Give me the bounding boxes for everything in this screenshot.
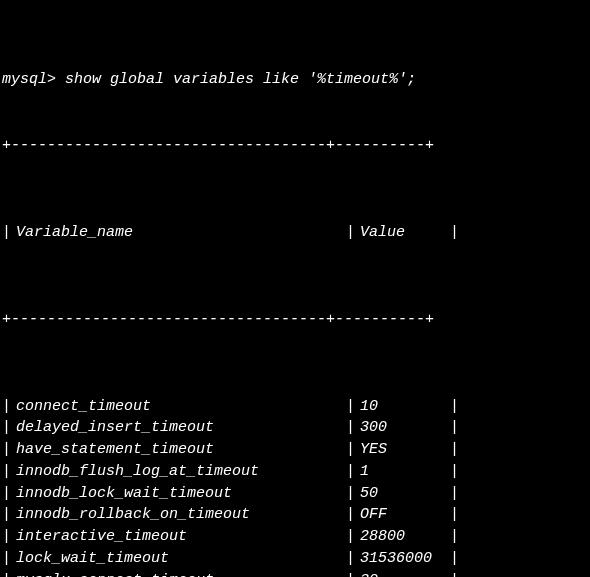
variable-name: lock_wait_timeout bbox=[12, 548, 346, 570]
table-row: |connect_timeout|10| bbox=[2, 396, 588, 418]
variable-name: innodb_lock_wait_timeout bbox=[12, 483, 346, 505]
pipe-char: | bbox=[450, 504, 460, 526]
pipe-char: | bbox=[2, 548, 12, 570]
table-row: |innodb_rollback_on_timeout|OFF| bbox=[2, 504, 588, 526]
pipe-char: | bbox=[2, 439, 12, 461]
variable-name: innodb_flush_log_at_timeout bbox=[12, 461, 346, 483]
variable-name: connect_timeout bbox=[12, 396, 346, 418]
column-header-name: Variable_name bbox=[12, 222, 346, 244]
pipe-char: | bbox=[2, 483, 12, 505]
table-row: |mysqlx_connect_timeout|30| bbox=[2, 570, 588, 578]
command-line: mysql> show global variables like '%time… bbox=[2, 69, 588, 91]
pipe-char: | bbox=[346, 548, 356, 570]
pipe-char: | bbox=[450, 417, 460, 439]
pipe-char: | bbox=[450, 548, 460, 570]
pipe-char: | bbox=[346, 417, 356, 439]
pipe-char: | bbox=[2, 526, 12, 548]
table-row: |lock_wait_timeout|31536000| bbox=[2, 548, 588, 570]
table-separator-mid: +-----------------------------------+---… bbox=[2, 309, 588, 331]
pipe-char: | bbox=[450, 483, 460, 505]
table-row: |have_statement_timeout|YES| bbox=[2, 439, 588, 461]
pipe-char: | bbox=[346, 526, 356, 548]
table-row: |innodb_lock_wait_timeout|50| bbox=[2, 483, 588, 505]
pipe-char: | bbox=[2, 461, 12, 483]
variable-value: 1 bbox=[356, 461, 450, 483]
pipe-char: | bbox=[346, 570, 356, 578]
pipe-char: | bbox=[346, 396, 356, 418]
pipe-char: | bbox=[450, 396, 460, 418]
variable-value: OFF bbox=[356, 504, 450, 526]
variable-name: mysqlx_connect_timeout bbox=[12, 570, 346, 578]
pipe-char: | bbox=[450, 439, 460, 461]
variable-value: YES bbox=[356, 439, 450, 461]
variable-value: 300 bbox=[356, 417, 450, 439]
pipe-char: | bbox=[2, 570, 12, 578]
variable-name: delayed_insert_timeout bbox=[12, 417, 346, 439]
table-header-row: | Variable_name | Value | bbox=[2, 222, 588, 244]
pipe-char: | bbox=[346, 222, 356, 244]
pipe-char: | bbox=[346, 483, 356, 505]
variable-value: 10 bbox=[356, 396, 450, 418]
pipe-char: | bbox=[346, 504, 356, 526]
pipe-char: | bbox=[346, 461, 356, 483]
pipe-char: | bbox=[2, 396, 12, 418]
pipe-char: | bbox=[450, 570, 460, 578]
pipe-char: | bbox=[2, 222, 12, 244]
variable-value: 28800 bbox=[356, 526, 450, 548]
table-row: |innodb_flush_log_at_timeout|1| bbox=[2, 461, 588, 483]
table-separator-top: +-----------------------------------+---… bbox=[2, 135, 588, 157]
variable-value: 30 bbox=[356, 570, 450, 578]
column-header-value: Value bbox=[356, 222, 450, 244]
pipe-char: | bbox=[2, 504, 12, 526]
pipe-char: | bbox=[450, 222, 460, 244]
pipe-char: | bbox=[450, 461, 460, 483]
pipe-char: | bbox=[450, 526, 460, 548]
variable-value: 31536000 bbox=[356, 548, 450, 570]
variable-value: 50 bbox=[356, 483, 450, 505]
table-body: |connect_timeout|10||delayed_insert_time… bbox=[2, 396, 588, 578]
variable-name: have_statement_timeout bbox=[12, 439, 346, 461]
pipe-char: | bbox=[2, 417, 12, 439]
terminal-output: mysql> show global variables like '%time… bbox=[0, 0, 590, 577]
table-row: |delayed_insert_timeout|300| bbox=[2, 417, 588, 439]
pipe-char: | bbox=[346, 439, 356, 461]
table-row: |interactive_timeout|28800| bbox=[2, 526, 588, 548]
variable-name: innodb_rollback_on_timeout bbox=[12, 504, 346, 526]
variable-name: interactive_timeout bbox=[12, 526, 346, 548]
